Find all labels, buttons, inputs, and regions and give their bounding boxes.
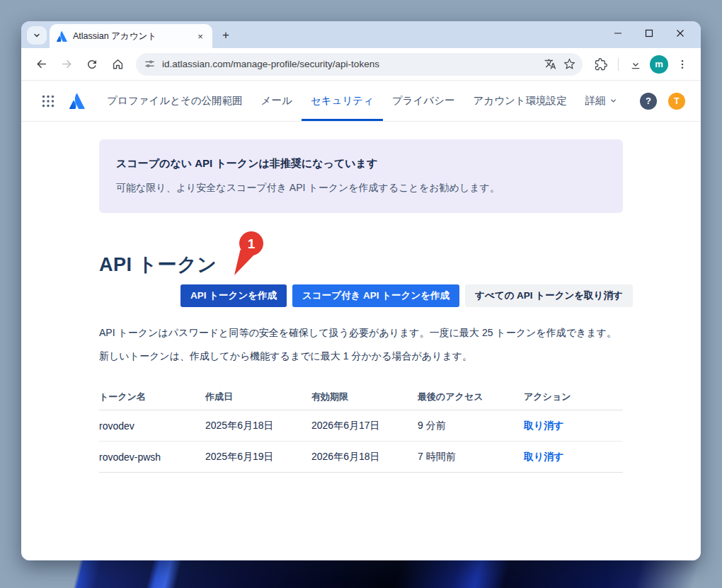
atlassian-favicon-icon <box>57 31 67 42</box>
atlassian-logo-icon[interactable] <box>69 93 85 109</box>
col-header-expires: 有効期限 <box>311 391 418 403</box>
browser-toolbar: id.atlassian.com/manage-profile/security… <box>21 48 701 81</box>
table-row: rovodev-pwsh 2025年6月19日 2026年6月18日 7 時間前… <box>99 442 623 473</box>
create-api-token-button[interactable]: API トークンを作成 <box>180 284 287 307</box>
nav-item-profile[interactable]: プロファイルとその公開範囲 <box>98 81 252 121</box>
nav-item-more-label: 詳細 <box>585 94 606 108</box>
address-bar[interactable]: id.atlassian.com/manage-profile/security… <box>136 53 583 76</box>
reload-button[interactable] <box>81 53 103 76</box>
nav-item-preferences[interactable]: アカウント環境設定 <box>464 81 576 121</box>
token-actions: API トークンを作成 スコープ付き API トークンを作成 すべての API … <box>180 284 623 307</box>
tab-close-icon[interactable]: × <box>194 30 207 42</box>
nav-items: プロファイルとその公開範囲 メール セキュリティ プライバシー アカウント環境設… <box>98 81 626 121</box>
window-controls <box>610 21 694 45</box>
account-avatar[interactable]: T <box>668 93 685 110</box>
token-created: 2025年6月18日 <box>205 420 311 432</box>
notice-body: 可能な限り、より安全なスコープ付き API トークンを作成することをお勧めします… <box>116 182 606 195</box>
translate-icon[interactable] <box>544 58 556 70</box>
token-name: rovodev-pwsh <box>99 451 205 463</box>
notice-title: スコープのない API トークンは非推奨になっています <box>116 157 606 171</box>
token-created: 2025年6月19日 <box>205 451 311 463</box>
revoke-token-link[interactable]: 取り消す <box>524 420 564 431</box>
revoke-token-link[interactable]: 取り消す <box>524 451 564 462</box>
col-header-token-name: トークン名 <box>99 391 205 403</box>
token-last-access: 9 分前 <box>418 420 524 432</box>
token-expires: 2026年6月18日 <box>311 451 418 463</box>
tokens-table: トークン名 作成日 有効期限 最後のアクセス アクション rovodev 202… <box>99 391 623 473</box>
col-header-actions: アクション <box>524 391 623 403</box>
site-settings-icon[interactable] <box>144 59 155 69</box>
chevron-down-icon <box>609 97 617 105</box>
marker-number: 1 <box>248 236 256 251</box>
toolbar-divider <box>618 58 619 71</box>
download-icon[interactable] <box>624 53 647 76</box>
token-name: rovodev <box>99 420 205 432</box>
tab-title: Atlassian アカウント <box>73 30 188 42</box>
chevron-down-icon <box>33 31 41 40</box>
tab-strip: Atlassian アカウント × + <box>21 21 701 48</box>
bookmark-star-icon[interactable] <box>563 58 575 70</box>
app-switcher-icon[interactable] <box>37 90 59 113</box>
desktop-wallpaper <box>0 560 722 588</box>
page-title: API トークン <box>99 252 623 277</box>
forward-button[interactable] <box>55 53 78 76</box>
table-header-row: トークン名 作成日 有効期限 最後のアクセス アクション <box>99 391 623 410</box>
revoke-all-tokens-button[interactable]: すべての API トークンを取り消す <box>465 284 633 307</box>
table-row: rovodev 2025年6月18日 2026年6月17日 9 分前 取り消す <box>99 410 623 442</box>
nav-item-email[interactable]: メール <box>252 81 302 121</box>
description-line-2: 新しいトークンは、作成してから機能するまでに最大 1 分かかる場合があります。 <box>99 349 623 364</box>
col-header-created: 作成日 <box>205 391 311 403</box>
new-tab-button[interactable]: + <box>217 26 235 45</box>
extensions-icon[interactable] <box>590 53 612 76</box>
nav-item-security[interactable]: セキュリティ <box>302 81 383 121</box>
chrome-profile-avatar[interactable]: m <box>650 55 668 74</box>
maximize-button[interactable] <box>641 25 657 41</box>
token-expires: 2026年6月17日 <box>311 420 418 432</box>
close-button[interactable] <box>672 25 688 41</box>
deprecation-notice: スコープのない API トークンは非推奨になっています 可能な限り、より安全なス… <box>99 139 623 213</box>
back-button[interactable] <box>30 53 52 76</box>
minimize-button[interactable] <box>610 25 626 41</box>
browser-window: Atlassian アカウント × + <box>21 21 701 560</box>
create-scoped-api-token-button[interactable]: スコープ付き API トークンを作成 <box>292 284 459 307</box>
url-text[interactable]: id.atlassian.com/manage-profile/security… <box>162 59 537 69</box>
site-navigation: プロファイルとその公開範囲 メール セキュリティ プライバシー アカウント環境設… <box>21 81 701 122</box>
description-line-1: API トークンはパスワードと同等の安全を確保して扱う必要があります。一度に最大… <box>99 325 623 341</box>
tab-search-button[interactable] <box>27 26 47 45</box>
desktop: Atlassian アカウント × + <box>0 0 722 588</box>
home-button[interactable] <box>106 53 129 76</box>
help-button[interactable]: ? <box>640 93 657 110</box>
nav-item-privacy[interactable]: プライバシー <box>383 81 464 121</box>
browser-tab[interactable]: Atlassian アカウント × <box>50 24 212 48</box>
description: API トークンはパスワードと同等の安全を確保して扱う必要があります。一度に最大… <box>99 325 623 364</box>
nav-item-more[interactable]: 詳細 <box>576 81 626 121</box>
page-content: スコープのない API トークンは非推奨になっています 可能な限り、より安全なス… <box>21 122 701 560</box>
chrome-menu-icon[interactable] <box>671 53 694 76</box>
col-header-last-access: 最後のアクセス <box>418 391 524 403</box>
token-last-access: 7 時間前 <box>418 451 524 463</box>
